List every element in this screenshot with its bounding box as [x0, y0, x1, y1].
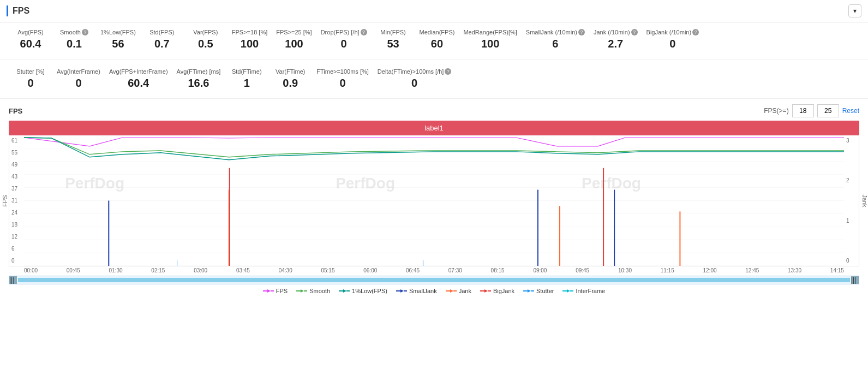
label-bar: label1 — [9, 121, 859, 135]
x-label-14: 10:30 — [618, 267, 632, 273]
y-label-5: 31 — [11, 198, 22, 204]
x-label-3: 02:15 — [151, 267, 165, 273]
x-label-15: 11:15 — [661, 267, 674, 273]
legend-label: 1%Low(FPS) — [352, 288, 387, 294]
jank-axis-label: Jank — [861, 194, 867, 207]
x-label-19: 14:15 — [830, 267, 844, 273]
divider-1 — [0, 59, 868, 59]
stat-item: FTime>=100ms [%] 0 — [312, 66, 373, 92]
stat-item: MedRange(FPS)[%] 100 — [459, 27, 521, 52]
scrollbar-track[interactable] — [18, 278, 850, 282]
y-label-3: 43 — [11, 174, 22, 180]
help-icon[interactable]: ? — [692, 29, 699, 35]
legend-item: Smooth — [296, 288, 330, 294]
help-icon[interactable]: ? — [578, 29, 585, 35]
stat-label: Jank (/10min)? — [594, 29, 638, 35]
x-label-18: 13:30 — [788, 267, 801, 273]
legend-item: Stutter — [523, 288, 554, 294]
x-label-9: 06:45 — [406, 267, 420, 273]
1pct-low-line — [24, 138, 844, 160]
stats-row-2: Stutter [%] 0 Avg(InterFrame) 0 Avg(FPS+… — [9, 66, 859, 92]
stat-value: 1 — [244, 77, 250, 90]
stat-item: Var(FPS) 0.5 — [184, 27, 228, 52]
scrollbar[interactable]: ||| ||| — [9, 276, 859, 284]
chart-with-axes: 61 55 49 43 37 31 24 18 12 6 0 PerfDog P… — [9, 135, 859, 266]
scrollbar-right-handle[interactable]: ||| — [851, 276, 859, 284]
svg-marker-30 — [528, 289, 531, 293]
stat-label: Median(FPS) — [420, 29, 455, 35]
help-icon[interactable]: ? — [361, 29, 367, 35]
chevron-down-icon: ▾ — [853, 7, 857, 15]
x-label-6: 04:30 — [279, 267, 292, 273]
chart-svg — [24, 135, 844, 266]
svg-marker-21 — [400, 289, 404, 293]
stat-label: Avg(FTime) [ms] — [177, 68, 221, 75]
stat-item: Var(FTime) 0.9 — [268, 66, 312, 92]
stat-value: 0.9 — [283, 77, 298, 90]
stat-item: 1%Low(FPS) 56 — [96, 27, 140, 52]
y-axis-right: 3 2 1 0 Jank — [844, 135, 859, 266]
stat-label: Std(FTime) — [232, 68, 262, 75]
stat-value: 0.7 — [154, 38, 170, 50]
help-icon[interactable]: ? — [631, 29, 638, 35]
y-label-9: 6 — [11, 246, 22, 252]
y-label-2: 49 — [11, 162, 22, 168]
stat-value: 53 — [387, 38, 399, 50]
legend-item: BigJank — [480, 288, 514, 294]
legend-line-icon — [296, 289, 307, 293]
stat-item: Median(FPS) 60 — [415, 27, 459, 52]
chart-header: FPS FPS(>=) Reset — [0, 101, 868, 121]
collapse-button[interactable]: ▾ — [848, 4, 861, 17]
x-label-5: 03:45 — [236, 267, 250, 273]
y-label-0: 61 — [11, 138, 22, 144]
x-label-11: 08:15 — [491, 267, 505, 273]
help-icon[interactable]: ? — [82, 29, 88, 35]
x-label-0: 00:00 — [24, 267, 38, 273]
stat-label: FTime>=100ms [%] — [316, 68, 369, 75]
fps-threshold-1[interactable] — [792, 104, 814, 117]
stat-item: FPS>=25 [%] 100 — [272, 27, 316, 52]
x-label-2: 01:30 — [109, 267, 123, 273]
fps-gte-label: FPS(>=) — [764, 107, 788, 115]
x-label-4: 03:00 — [194, 267, 207, 273]
stat-value: 0 — [75, 77, 81, 90]
svg-marker-18 — [343, 289, 346, 293]
stat-label: Std(FPS) — [149, 29, 174, 35]
stat-label: Stutter [%] — [16, 68, 44, 75]
divider-2 — [0, 98, 868, 99]
stat-label: Drop(FPS) [/h]? — [321, 29, 367, 35]
stat-label: BigJank (/10min)? — [646, 29, 699, 35]
y-label-10: 0 — [11, 258, 22, 264]
x-label-10: 07:30 — [448, 267, 462, 273]
x-label-17: 12:45 — [745, 267, 759, 273]
legend-label: Jank — [459, 288, 471, 294]
legend-line-icon — [523, 289, 534, 293]
x-label-13: 09:45 — [576, 267, 589, 273]
jank-y-label-3: 3 — [846, 138, 857, 144]
reset-button[interactable]: Reset — [842, 107, 859, 115]
stat-value: 100 — [285, 38, 303, 50]
page-title: FPS — [13, 6, 848, 16]
legend-line-icon — [339, 289, 350, 293]
y-label-4: 37 — [11, 186, 22, 192]
stat-value: 0 — [341, 38, 347, 50]
legend-label: Stutter — [536, 288, 554, 294]
legend-label: SmallJank — [409, 288, 437, 294]
help-icon[interactable]: ? — [445, 68, 451, 75]
legend-item: 1%Low(FPS) — [339, 288, 387, 294]
stat-item: Avg(InterFrame) 0 — [52, 66, 105, 92]
legend-line-icon — [562, 289, 573, 293]
legend-label: InterFrame — [576, 288, 605, 294]
stat-value: 0.5 — [198, 38, 213, 50]
stat-value: 60.4 — [128, 77, 149, 90]
fps-threshold-2[interactable] — [817, 104, 839, 117]
svg-marker-15 — [301, 289, 304, 293]
chart-plot-area[interactable]: PerfDog PerfDog PerfDog — [24, 135, 844, 266]
scrollbar-left-handle[interactable]: ||| — [9, 276, 17, 284]
stat-item: Drop(FPS) [/h]? 0 — [316, 27, 372, 52]
stat-item: Avg(FPS+InterFrame) 60.4 — [105, 66, 172, 92]
stat-label: MedRange(FPS)[%] — [463, 29, 517, 35]
stat-item: Avg(FPS) 60.4 — [9, 27, 52, 52]
stat-item: Delta(FTime)>100ms [/h]? 0 — [373, 66, 456, 92]
stat-label: Var(FPS) — [193, 29, 218, 35]
